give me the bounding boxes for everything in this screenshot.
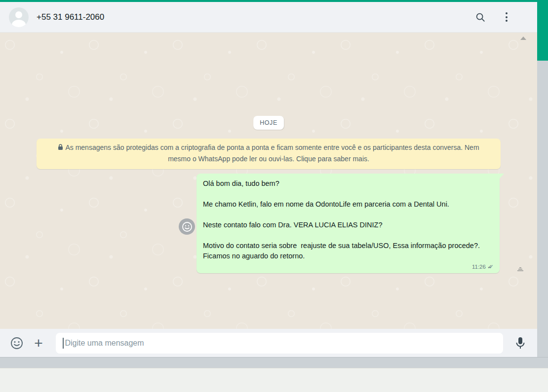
avatar-body-shape: [12, 20, 26, 27]
message-input[interactable]: Digite uma mensagem: [56, 333, 503, 354]
mic-icon: [515, 337, 526, 350]
emoji-icon: [10, 337, 23, 350]
message-time: 11:26: [472, 264, 486, 270]
encryption-notice-text: As mensagens são protegidas com a cripto…: [65, 143, 479, 163]
scroll-down-mark[interactable]: [517, 267, 523, 271]
whatsapp-window: +55 31 9611-2060 HOJE As mensagens são p…: [0, 0, 548, 392]
message-meta: 11:26 ✓✓: [472, 263, 494, 270]
attach-button[interactable]: +: [30, 335, 47, 352]
message-paragraph: Neste contato falo com Dra. VERA LUCIA E…: [203, 220, 493, 230]
search-button[interactable]: [475, 12, 486, 23]
message-paragraph: Motivo do contato seria sobre reajuste d…: [203, 241, 493, 261]
message-paragraph: Olá bom dia, tudo bem?: [203, 178, 493, 189]
message-paragraph: Me chamo Ketlin, falo em nome da OdontoL…: [203, 199, 493, 210]
header-actions: [475, 12, 508, 23]
composer-bar: + Digite uma mensagem: [0, 329, 537, 357]
scroll-up-arrow[interactable]: [520, 36, 526, 40]
right-gutter: [537, 61, 548, 368]
windows-taskbar: Pesquisar PRE: [0, 368, 548, 392]
input-placeholder: Digite uma mensagem: [65, 339, 144, 348]
contact-name[interactable]: +55 31 9611-2060: [37, 12, 475, 22]
delivered-ticks-icon: ✓✓: [487, 263, 494, 270]
contact-avatar[interactable]: [9, 7, 29, 27]
kebab-menu-icon: [506, 12, 508, 14]
avatar-head-shape: [15, 11, 22, 18]
voice-message-button[interactable]: [512, 335, 529, 352]
chat-header: +55 31 9611-2060: [0, 2, 537, 33]
search-icon: [475, 12, 486, 23]
outgoing-message-bubble[interactable]: Olá bom dia, tudo bem? Me chamo Ketlin, …: [196, 174, 500, 273]
react-smiley-icon: [182, 222, 192, 232]
date-divider: HOJE: [253, 116, 284, 130]
bubble-tail: [499, 174, 504, 179]
lock-icon: [58, 144, 63, 150]
encryption-notice[interactable]: As mensagens são protegidas com a cripto…: [37, 139, 501, 169]
text-caret: [63, 338, 64, 349]
attach-plus-icon: +: [34, 336, 43, 351]
menu-button[interactable]: [506, 12, 508, 22]
window-accent-right: [537, 0, 548, 61]
bottom-gutter: [0, 357, 548, 368]
emoji-button[interactable]: [8, 335, 25, 352]
chat-panel[interactable]: HOJE As mensagens são protegidas com a c…: [0, 33, 537, 329]
react-button[interactable]: [179, 218, 195, 235]
